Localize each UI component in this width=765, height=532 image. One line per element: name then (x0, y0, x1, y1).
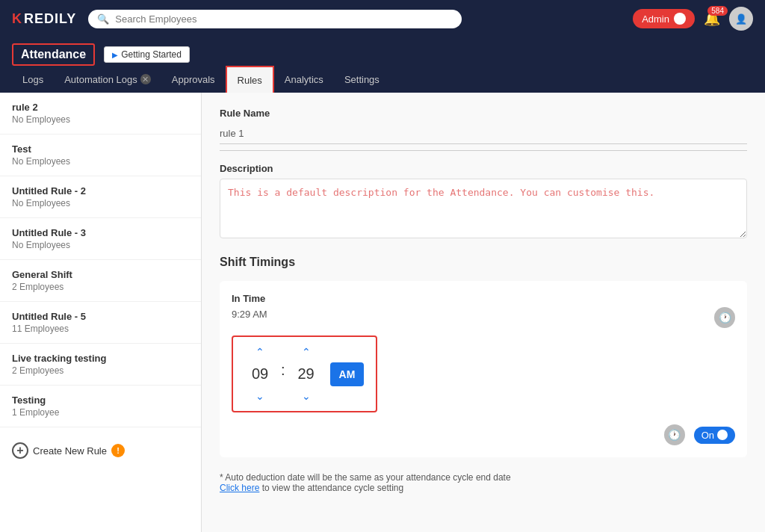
create-rule-button[interactable]: + Create New Rule ! (12, 436, 189, 465)
admin-label: Admin (642, 13, 669, 25)
tab-logs[interactable]: Logs (12, 66, 54, 93)
admin-toggle-circle (674, 13, 686, 25)
sidebar: rule 2 No Employees Test No Employees Un… (0, 93, 202, 532)
hours-column: ⌃ 09 ⌄ (245, 344, 275, 403)
rule-employees: No Employees (12, 240, 189, 250)
time-separator: : (275, 362, 291, 386)
admin-button[interactable]: Admin (633, 9, 695, 28)
header-right: Admin 🔔 584 👤 (633, 7, 753, 31)
automation-logs-close-icon[interactable]: ✕ (140, 74, 151, 84)
getting-started-label: Getting Started (121, 49, 182, 60)
tab-automation-logs[interactable]: Automation Logs ✕ (54, 66, 161, 93)
rule-item-testing[interactable]: Testing 1 Employee (0, 386, 201, 427)
shift-timings-section: In Time 9:29 AM 🕐 ⌃ 09 ⌄ : (220, 281, 747, 457)
rule-employees: No Employees (12, 198, 189, 208)
plus-circle-icon: + (12, 442, 28, 459)
rule-item-test[interactable]: Test No Employees (0, 134, 201, 176)
cycle-setting-row: Click here to view the attendance cycle … (220, 483, 747, 493)
avatar: 👤 (729, 7, 753, 31)
toggle-dot (717, 430, 728, 440)
rule-name: Untitled Rule - 3 (12, 227, 189, 238)
rule-item-live[interactable]: Live tracking testing 2 Employees (0, 344, 201, 386)
rule-item-untitled3[interactable]: Untitled Rule - 3 No Employees (0, 218, 201, 260)
on-label: On (701, 430, 714, 441)
on-toggle[interactable]: On (694, 427, 735, 444)
tab-settings[interactable]: Settings (334, 66, 390, 93)
rule-name: Untitled Rule - 5 (12, 311, 189, 322)
time-picker: ⌃ 09 ⌄ : ⌃ 29 ⌄ AM (232, 335, 377, 412)
rule-name: Testing (12, 395, 189, 406)
search-input[interactable] (115, 13, 453, 25)
out-time-clock-icon: 🕐 (664, 424, 685, 445)
search-bar[interactable]: 🔍 (88, 10, 462, 28)
getting-started-button[interactable]: ▶ Getting Started (104, 46, 190, 63)
play-icon: ▶ (112, 51, 118, 59)
rule-employees: No Employees (12, 156, 189, 167)
rule-item-untitled5[interactable]: Untitled Rule - 5 11 Employees (0, 302, 201, 344)
rule-item-untitled2[interactable]: Untitled Rule - 2 No Employees (0, 176, 201, 218)
in-time-label: In Time (232, 293, 735, 304)
in-time-value: 9:29 AM (232, 309, 267, 320)
header: K REDILY 🔍 Admin 🔔 584 👤 (0, 0, 765, 37)
rule-name: Test (12, 143, 189, 155)
in-time-row: In Time 9:29 AM 🕐 (232, 293, 735, 328)
minutes-column: ⌃ 29 ⌄ (291, 344, 321, 403)
rule-employees: 11 Employees (12, 324, 189, 334)
rule-employees: 1 Employee (12, 407, 189, 418)
rule-employees: 2 Employees (12, 365, 189, 376)
rule-item-rule2[interactable]: rule 2 No Employees (0, 93, 201, 134)
shift-timings-title: Shift Timings (220, 256, 747, 269)
create-rule-label: Create New Rule (33, 445, 107, 457)
rule-name-field-row: Rule Name (220, 108, 747, 151)
click-here-link[interactable]: Click here (220, 483, 259, 493)
rule-name: Untitled Rule - 2 (12, 185, 189, 197)
rule-item-general[interactable]: General Shift 2 Employees (0, 260, 201, 302)
attendance-title: Attendance (12, 43, 95, 66)
hours-up-button[interactable]: ⌃ (253, 344, 267, 359)
rule-name: General Shift (12, 269, 189, 280)
description-textarea[interactable]: This is a default description for the At… (220, 179, 747, 238)
notification-badge: 584 (707, 6, 728, 16)
in-time-clock-icon: 🕐 (714, 307, 735, 328)
cycle-setting-note: to view the attendance cycle setting (262, 483, 403, 493)
minutes-up-button[interactable]: ⌃ (299, 344, 314, 359)
search-icon: 🔍 (97, 13, 109, 25)
logo-k: K (12, 11, 22, 27)
tab-analytics[interactable]: Analytics (274, 66, 334, 93)
nav-tabs: Logs Automation Logs ✕ Approvals Rules A… (0, 66, 765, 93)
tab-rules[interactable]: Rules (226, 66, 274, 93)
orange-dot-icon: ! (111, 444, 125, 457)
main-layout: rule 2 No Employees Test No Employees Un… (0, 93, 765, 532)
rule-name: rule 2 (12, 102, 189, 113)
hours-display: 09 (245, 365, 275, 383)
tab-approvals[interactable]: Approvals (161, 66, 226, 93)
logo: K REDILY (12, 11, 76, 27)
ampm-button[interactable]: AM (330, 362, 365, 386)
rule-employees: No Employees (12, 114, 189, 125)
out-time-row: 🕐 On (232, 424, 735, 445)
logo-text: REDILY (24, 11, 76, 27)
rule-name-label: Rule Name (220, 108, 747, 119)
description-field-row: Description This is a default descriptio… (220, 163, 747, 241)
rule-name-input[interactable] (220, 123, 747, 144)
rule-employees: 2 Employees (12, 282, 189, 292)
auto-note-text: * Auto deduction date will be the same a… (220, 472, 747, 483)
minutes-display: 29 (291, 365, 321, 383)
attendance-bar: Attendance ▶ Getting Started (0, 37, 765, 66)
minutes-down-button[interactable]: ⌄ (299, 389, 314, 403)
auto-deduction-note: * Auto deduction date will be the same a… (220, 472, 747, 493)
hours-down-button[interactable]: ⌄ (253, 389, 267, 403)
out-time-clock-icon-container: 🕐 (232, 424, 685, 445)
content-area: Rule Name Description This is a default … (202, 93, 765, 532)
description-label: Description (220, 163, 747, 174)
notification-button[interactable]: 🔔 584 (704, 10, 720, 27)
rule-name: Live tracking testing (12, 353, 189, 364)
